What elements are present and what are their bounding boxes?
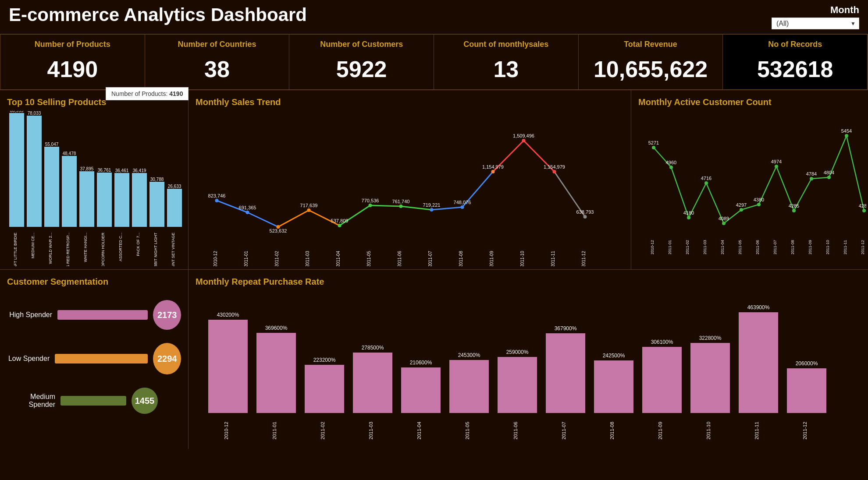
svg-point-36 xyxy=(399,205,403,208)
top-products-panel: Top 10 Selling Products 80,995 PAPER CRA… xyxy=(0,90,189,269)
svg-rect-3 xyxy=(27,116,42,227)
svg-text:2011-05: 2011-05 xyxy=(465,422,470,439)
svg-text:JUMBO BAG RED RETROSP...: JUMBO BAG RED RETROSP... xyxy=(66,233,70,266)
svg-rect-0 xyxy=(9,113,24,227)
kpi-countries-label: Number of Countries xyxy=(154,40,281,49)
seg-low-label: Low Spender xyxy=(7,355,50,363)
svg-text:2011-03: 2011-03 xyxy=(703,240,707,254)
svg-text:242500%: 242500% xyxy=(603,353,625,359)
kpi-products: Number of Products 4190 xyxy=(0,35,145,89)
svg-text:2011-12: 2011-12 xyxy=(861,240,865,254)
svg-text:2011-11: 2011-11 xyxy=(551,251,555,266)
svg-text:POPCORN HOLDER: POPCORN HOLDER xyxy=(101,233,105,266)
svg-text:463900%: 463900% xyxy=(747,304,770,311)
svg-text:245300%: 245300% xyxy=(458,352,480,358)
svg-text:26,633: 26,633 xyxy=(168,184,181,189)
kpi-customers-value: 5922 xyxy=(298,56,425,82)
svg-text:2011-12: 2011-12 xyxy=(802,422,808,439)
svg-text:5454: 5454 xyxy=(841,128,852,134)
seg-high-circle: 2173 xyxy=(153,300,181,330)
seg-low-spender: Low Spender 2294 xyxy=(7,343,181,374)
svg-text:55,047: 55,047 xyxy=(45,142,59,147)
svg-rect-119 xyxy=(739,312,778,413)
svg-text:4784: 4784 xyxy=(806,171,817,176)
svg-point-35 xyxy=(369,204,372,207)
svg-rect-109 xyxy=(256,333,296,413)
svg-rect-12 xyxy=(79,171,94,227)
segmentation-panel: Customer Segmentation High Spender 2173 … xyxy=(0,270,189,449)
kpi-revenue-value: 10,655,622 xyxy=(587,56,714,82)
month-select-wrapper[interactable]: (All) xyxy=(772,18,859,29)
svg-text:770,536: 770,536 xyxy=(362,198,379,203)
svg-text:430200%: 430200% xyxy=(217,312,239,318)
svg-text:ASSORTED C...: ASSORTED C... xyxy=(118,233,123,261)
top-products-chart: 80,995 PAPER CRAFT LITTLE BIRDIE 78,033 … xyxy=(7,111,181,268)
svg-text:4286: 4286 xyxy=(859,203,866,208)
month-filter-label: Month xyxy=(830,4,859,16)
kpi-bar: Number of Products 4190 Number of Countr… xyxy=(0,34,868,90)
seg-medium-circle: 1455 xyxy=(132,388,158,414)
svg-text:2011-07: 2011-07 xyxy=(773,240,777,254)
svg-rect-27 xyxy=(167,189,182,227)
svg-rect-21 xyxy=(132,173,147,227)
repeat-purchase-title: Monthly Repeat Purchase Rate xyxy=(196,277,861,287)
svg-text:748,076: 748,076 xyxy=(454,200,471,205)
svg-point-74 xyxy=(740,208,743,212)
svg-text:4974: 4974 xyxy=(771,159,782,164)
kpi-customers-label: Number of Customers xyxy=(298,40,425,49)
svg-text:36,419: 36,419 xyxy=(133,168,146,173)
svg-text:PACK OF 7...: PACK OF 7... xyxy=(136,233,140,256)
svg-text:2011-07: 2011-07 xyxy=(561,422,566,439)
svg-text:2011-01: 2011-01 xyxy=(272,422,277,439)
svg-text:2011-02: 2011-02 xyxy=(685,240,690,254)
kpi-products-label: Number of Products xyxy=(9,40,136,49)
svg-text:2011-12: 2011-12 xyxy=(581,251,586,266)
svg-text:523,632: 523,632 xyxy=(270,228,287,233)
svg-text:2011-04: 2011-04 xyxy=(416,422,422,439)
svg-text:PAPER CRAFT LITTLE BIRDIE: PAPER CRAFT LITTLE BIRDIE xyxy=(13,233,18,266)
kpi-monthlysales-value: 13 xyxy=(443,56,569,82)
svg-text:1,154,979: 1,154,979 xyxy=(482,164,504,169)
svg-point-72 xyxy=(704,181,708,185)
svg-text:2011-04: 2011-04 xyxy=(720,240,725,254)
svg-text:2011-06: 2011-06 xyxy=(755,240,760,254)
month-filter: Month (All) xyxy=(772,4,859,29)
svg-point-76 xyxy=(775,165,778,168)
svg-point-41 xyxy=(553,170,556,173)
seg-high-spender: High Spender 2173 xyxy=(7,300,181,330)
svg-text:2011-09: 2011-09 xyxy=(808,240,812,254)
kpi-revenue-label: Total Revenue xyxy=(587,40,714,49)
svg-text:717,639: 717,639 xyxy=(300,203,318,208)
month-select[interactable]: (All) xyxy=(772,18,859,29)
svg-text:2011-08: 2011-08 xyxy=(459,251,463,266)
svg-text:638,793: 638,793 xyxy=(576,209,594,215)
segmentation-chart: High Spender 2173 Low Spender 2294 Mediu… xyxy=(7,300,181,414)
tooltip-label: Number of Products: xyxy=(111,90,169,97)
seg-medium-bar xyxy=(60,396,126,406)
svg-text:2011-09: 2011-09 xyxy=(489,251,494,266)
svg-rect-9 xyxy=(62,156,77,227)
svg-text:4716: 4716 xyxy=(701,176,711,181)
kpi-records: No of Records 532618 xyxy=(723,35,868,89)
svg-text:223200%: 223200% xyxy=(313,357,336,363)
kpi-products-value: 4190 xyxy=(9,56,136,82)
seg-medium-spender: Medium Spender 1455 xyxy=(7,388,181,414)
svg-rect-111 xyxy=(353,353,392,413)
kpi-countries: Number of Countries 38 xyxy=(145,35,290,89)
kpi-monthlysales: Count of monthlysales 13 xyxy=(434,35,579,89)
svg-text:322800%: 322800% xyxy=(699,335,722,341)
svg-rect-116 xyxy=(594,360,633,413)
svg-point-79 xyxy=(827,176,831,179)
charts-row-2: Customer Segmentation High Spender 2173 … xyxy=(0,269,868,449)
svg-point-38 xyxy=(461,205,464,209)
svg-text:2011-03: 2011-03 xyxy=(305,251,310,266)
svg-text:537,809: 537,809 xyxy=(331,218,349,223)
svg-rect-108 xyxy=(208,320,248,413)
svg-text:MINI PAINT SET VINTAGE: MINI PAINT SET VINTAGE xyxy=(171,233,175,266)
svg-text:206000%: 206000% xyxy=(796,360,818,367)
svg-point-37 xyxy=(430,208,434,212)
svg-text:2011-01: 2011-01 xyxy=(668,240,672,254)
svg-text:4297: 4297 xyxy=(736,202,747,208)
svg-point-34 xyxy=(338,224,342,227)
svg-rect-115 xyxy=(546,333,585,413)
